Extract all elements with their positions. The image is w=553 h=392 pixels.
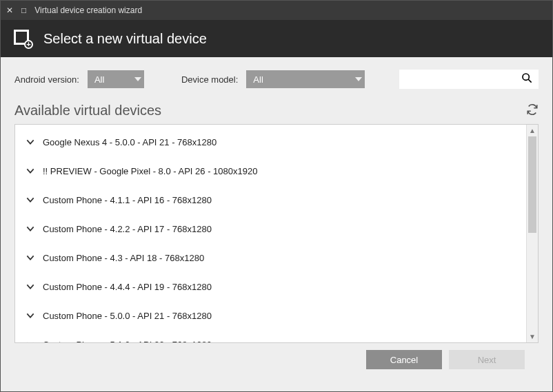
chevron-down-icon [22,136,39,147]
device-row[interactable]: Custom Phone - 4.2.2 - API 17 - 768x1280 [15,214,526,243]
page-title: Select a new virtual device [43,31,207,47]
title-bar: ✕ □ Virtual device creation wizard [1,1,552,20]
android-version-select[interactable]: All [88,70,144,88]
chevron-down-icon [22,339,39,342]
device-row-label: Custom Phone - 4.4.4 - API 19 - 768x1280 [39,282,212,292]
chevron-down-icon [22,223,39,234]
chevron-down-icon [352,70,365,88]
svg-point-0 [523,74,529,80]
device-row[interactable]: Google Nexus 4 - 5.0.0 - API 21 - 768x12… [15,127,526,156]
device-row-label: Custom Phone - 5.1.0 - API 22 - 768x1280 [39,340,212,343]
device-model-value: All [253,74,263,85]
available-devices-heading: Available virtual devices [14,103,161,118]
refresh-icon[interactable] [526,103,539,118]
device-row[interactable]: Custom Phone - 4.3 - API 18 - 768x1280 [15,243,526,272]
device-row-label: Custom Phone - 4.3 - API 18 - 768x1280 [39,253,204,263]
search-box[interactable] [399,70,539,89]
next-button[interactable]: Next [449,350,525,369]
device-row[interactable]: Custom Phone - 5.1.0 - API 22 - 768x1280 [15,330,526,342]
search-input[interactable] [405,74,521,85]
svg-line-1 [528,79,532,83]
chevron-down-icon [132,70,144,88]
device-model-label: Device model: [181,74,238,85]
device-list: Google Nexus 4 - 5.0.0 - API 21 - 768x12… [14,124,539,343]
device-model-select[interactable]: All [246,70,365,88]
chevron-down-icon [22,252,39,263]
wizard-footer: Cancel Next [14,343,539,369]
scroll-thumb[interactable] [528,136,536,233]
device-row-label: Custom Phone - 5.0.0 - API 21 - 768x1280 [39,311,212,321]
device-row[interactable]: Custom Phone - 4.1.1 - API 16 - 768x1280 [15,185,526,214]
device-row-label: !! PREVIEW - Google Pixel - 8.0 - API 26… [39,166,257,176]
window-title: Virtual device creation wizard [34,6,142,15]
search-icon[interactable] [521,72,532,86]
device-row[interactable]: !! PREVIEW - Google Pixel - 8.0 - API 26… [15,156,526,185]
wizard-header: + Select a new virtual device [1,20,552,57]
maximize-icon[interactable]: □ [21,6,26,15]
android-version-value: All [94,74,104,85]
chevron-down-icon [22,165,39,176]
device-row-label: Google Nexus 4 - 5.0.0 - API 21 - 768x12… [39,137,217,147]
chevron-down-icon [22,310,39,321]
new-device-icon: + [13,29,32,48]
device-row[interactable]: Custom Phone - 4.4.4 - API 19 - 768x1280 [15,272,526,301]
close-icon[interactable]: ✕ [6,6,13,15]
chevron-down-icon [22,194,39,205]
device-row-label: Custom Phone - 4.2.2 - API 17 - 768x1280 [39,224,212,234]
device-row-label: Custom Phone - 4.1.1 - API 16 - 768x1280 [39,195,212,205]
scroll-down-icon[interactable]: ▼ [527,331,538,342]
scroll-up-icon[interactable]: ▲ [527,125,538,136]
filter-bar: Android version: All Device model: All [14,70,539,89]
android-version-label: Android version: [14,74,79,85]
scrollbar[interactable]: ▲ ▼ [526,125,538,342]
device-row[interactable]: Custom Phone - 5.0.0 - API 21 - 768x1280 [15,301,526,330]
cancel-button[interactable]: Cancel [366,350,442,369]
chevron-down-icon [22,281,39,292]
